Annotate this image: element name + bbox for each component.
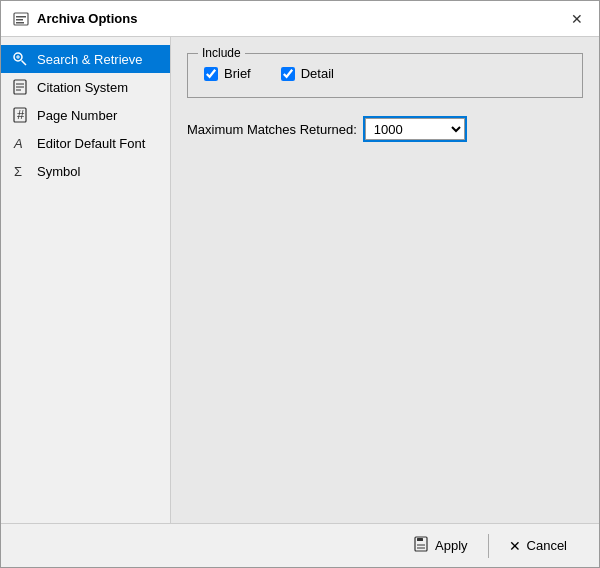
footer: Apply ✕ Cancel bbox=[1, 523, 599, 567]
search-retrieve-icon bbox=[11, 50, 29, 68]
sidebar-item-label-citation: Citation System bbox=[37, 80, 128, 95]
svg-text:A: A bbox=[13, 136, 23, 151]
editor-font-icon: A bbox=[11, 134, 29, 152]
archiva-options-dialog: Archiva Options ✕ Search & Retrieve bbox=[0, 0, 600, 568]
include-checkboxes: Brief Detail bbox=[204, 66, 566, 81]
symbol-icon: Σ bbox=[11, 162, 29, 180]
detail-checkbox-item[interactable]: Detail bbox=[281, 66, 334, 81]
apply-label: Apply bbox=[435, 538, 468, 553]
svg-text:#: # bbox=[17, 107, 25, 122]
sidebar-item-label-symbol: Symbol bbox=[37, 164, 80, 179]
sidebar: Search & Retrieve Citation System bbox=[1, 37, 171, 523]
sidebar-item-label-page: Page Number bbox=[37, 108, 117, 123]
max-matches-select[interactable]: 100 500 1000 2000 5000 bbox=[365, 118, 465, 140]
page-number-icon: # bbox=[11, 106, 29, 124]
svg-text:Σ: Σ bbox=[14, 164, 22, 179]
dialog-body: Search & Retrieve Citation System bbox=[1, 37, 599, 523]
svg-rect-17 bbox=[417, 538, 423, 541]
brief-checkbox[interactable] bbox=[204, 67, 218, 81]
apply-button[interactable]: Apply bbox=[397, 531, 484, 560]
footer-divider bbox=[488, 534, 489, 558]
title-bar-left: Archiva Options bbox=[13, 11, 137, 27]
include-group: Include Brief Detail bbox=[187, 53, 583, 98]
main-content: Include Brief Detail Maximum Matches Ret… bbox=[171, 37, 599, 523]
cancel-button[interactable]: ✕ Cancel bbox=[493, 533, 583, 559]
max-matches-label: Maximum Matches Returned: bbox=[187, 122, 357, 137]
dialog-title: Archiva Options bbox=[37, 11, 137, 26]
svg-line-5 bbox=[22, 61, 27, 66]
sidebar-item-editor-font[interactable]: A Editor Default Font bbox=[1, 129, 170, 157]
sidebar-item-citation-system[interactable]: Citation System bbox=[1, 73, 170, 101]
svg-rect-2 bbox=[16, 19, 23, 21]
sidebar-item-label-font: Editor Default Font bbox=[37, 136, 145, 151]
sidebar-item-page-number[interactable]: # Page Number bbox=[1, 101, 170, 129]
apply-icon bbox=[413, 536, 429, 555]
detail-label: Detail bbox=[301, 66, 334, 81]
sidebar-item-label-search: Search & Retrieve bbox=[37, 52, 143, 67]
detail-checkbox[interactable] bbox=[281, 67, 295, 81]
dialog-icon bbox=[13, 11, 29, 27]
cancel-label: Cancel bbox=[527, 538, 567, 553]
title-bar: Archiva Options ✕ bbox=[1, 1, 599, 37]
include-legend: Include bbox=[198, 46, 245, 60]
brief-label: Brief bbox=[224, 66, 251, 81]
brief-checkbox-item[interactable]: Brief bbox=[204, 66, 251, 81]
cancel-icon: ✕ bbox=[509, 538, 521, 554]
close-button[interactable]: ✕ bbox=[567, 9, 587, 29]
sidebar-item-search-retrieve[interactable]: Search & Retrieve bbox=[1, 45, 170, 73]
svg-rect-3 bbox=[16, 22, 24, 24]
content-spacer bbox=[187, 140, 583, 507]
max-matches-row: Maximum Matches Returned: 100 500 1000 2… bbox=[187, 118, 583, 140]
sidebar-item-symbol[interactable]: Σ Symbol bbox=[1, 157, 170, 185]
citation-system-icon bbox=[11, 78, 29, 96]
svg-rect-1 bbox=[16, 16, 26, 18]
